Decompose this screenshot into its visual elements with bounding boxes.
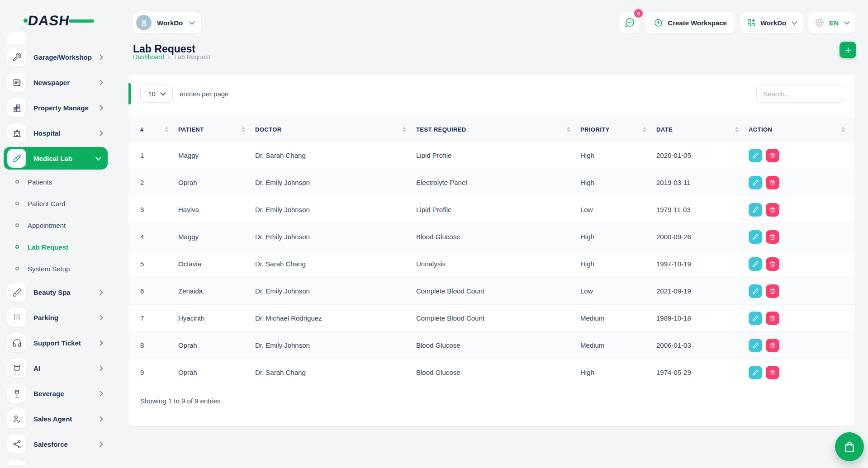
store-fab-button[interactable]	[835, 432, 864, 461]
submenu-item-patient-card[interactable]: Patient Card	[0, 193, 111, 214]
sidebar-item-ai[interactable]: AI	[0, 355, 111, 381]
column-header-priority[interactable]: PRIORITY	[580, 117, 656, 142]
ai-icon	[7, 359, 26, 378]
edit-button[interactable]	[749, 312, 762, 325]
edit-button[interactable]	[749, 366, 762, 379]
create-workspace-button[interactable]: Create Workspace	[645, 12, 735, 33]
create-workspace-label: Create Workspace	[668, 19, 727, 27]
salesforce-icon	[7, 435, 26, 454]
sidebar-item-label: Beverage	[33, 390, 98, 397]
clipped-module-icon	[7, 32, 26, 44]
sidebar-nav: Garage/WorkshopNewspaperProperty ManageH…	[0, 44, 111, 457]
sidebar-item-beauty-spa[interactable]: Beauty Spa	[0, 279, 111, 305]
cell-actions	[749, 278, 855, 305]
edit-button[interactable]	[749, 230, 762, 244]
submenu-item-system-setup[interactable]: System Setup	[0, 258, 111, 279]
add-lab-request-button[interactable]	[840, 42, 856, 58]
table-row: 2OprahDr. Emily JohnsonElectrolyte Panel…	[128, 169, 855, 196]
column-header-[interactable]: #	[128, 117, 178, 142]
search-input[interactable]	[756, 85, 843, 103]
language-selector[interactable]: EN	[808, 12, 855, 33]
sidebar-item-beverage[interactable]: Beverage	[0, 381, 111, 406]
hospital-icon	[7, 123, 26, 142]
language-code: EN	[829, 19, 839, 27]
delete-button[interactable]	[766, 284, 779, 298]
column-header-action[interactable]: ACTION	[749, 117, 855, 142]
sidebar-item-salesforce[interactable]: Salesforce	[0, 431, 111, 457]
app-menu-button[interactable]: WorkDo	[740, 12, 803, 33]
submenu-item-appointment[interactable]: Appointment	[0, 214, 111, 236]
app-window: DASH Garage/WorkshopNewspaperProperty Ma…	[0, 0, 868, 468]
medical-lab-submenu: PatientsPatient CardAppointmentLab Reque…	[0, 171, 111, 279]
column-header-patient[interactable]: PATIENT	[178, 117, 255, 142]
delete-button[interactable]	[766, 149, 779, 162]
sort-arrows-icon	[735, 127, 739, 132]
delete-button[interactable]	[766, 339, 779, 352]
sidebar-item-property-manage[interactable]: Property Manage	[0, 95, 111, 120]
delete-button[interactable]	[766, 366, 779, 379]
sidebar-item-parking[interactable]: Parking	[0, 305, 111, 330]
cell-priority: High	[580, 223, 656, 251]
delete-button[interactable]	[766, 312, 779, 325]
sidebar-item-garage-workshop[interactable]: Garage/Workshop	[0, 44, 111, 70]
submenu-item-lab-request[interactable]: Lab Request	[0, 236, 111, 258]
table-row: 9OprahDr. Sarah ChangBlood GlucoseHigh19…	[128, 359, 855, 386]
messages-button[interactable]: 0	[619, 12, 640, 33]
column-header-date[interactable]: DATE	[656, 117, 749, 142]
edit-button[interactable]	[749, 339, 762, 352]
brand-logo[interactable]: DASH	[28, 13, 87, 28]
column-header-test-required[interactable]: TEST REQUIRED	[416, 117, 580, 142]
delete-button[interactable]	[766, 176, 779, 189]
sort-arrows-icon	[841, 127, 845, 132]
sidebar-item-label: AI	[33, 364, 98, 372]
sort-arrows-icon	[242, 127, 245, 132]
cell-doctor: Dr. Emily Johnson	[255, 278, 416, 305]
sidebar-item-sales-agent[interactable]: Sales Agent	[0, 406, 111, 431]
column-label: ACTION	[749, 126, 772, 133]
bullet-circle-icon	[15, 223, 19, 227]
workspace-name: WorkDo	[157, 19, 183, 27]
edit-button[interactable]	[749, 257, 762, 271]
table-row: 3HavivaDr. Emily JohnsonLipid ProfileLow…	[128, 196, 855, 223]
edit-button[interactable]	[749, 284, 762, 298]
table-body: 1MaggyDr. Sarah ChangLipid ProfileHigh20…	[128, 142, 855, 386]
sidebar-item-label: Garage/Workshop	[33, 53, 98, 61]
column-label: DOCTOR	[255, 126, 282, 133]
cell-date: 2019-03-11	[656, 169, 749, 196]
table-row: 1MaggyDr. Sarah ChangLipid ProfileHigh20…	[128, 142, 855, 169]
delete-button[interactable]	[766, 203, 779, 217]
cell-priority: Medium	[580, 332, 656, 359]
sidebar-item-newspaper[interactable]: Newspaper	[0, 70, 111, 95]
column-header-doctor[interactable]: DOCTOR	[255, 117, 416, 142]
submenu-item-label: System Setup	[28, 265, 70, 273]
cell-actions	[749, 142, 855, 169]
cell-patient: Maggy	[178, 223, 255, 251]
sidebar-item-clipped-bottom[interactable]	[0, 457, 111, 465]
sidebar-item-clipped-top[interactable]	[0, 29, 111, 44]
cell-priority: High	[580, 142, 656, 169]
sidebar-item-hospital[interactable]: Hospital	[0, 120, 111, 146]
delete-button[interactable]	[766, 230, 779, 244]
column-label: #	[140, 126, 144, 133]
delete-button[interactable]	[766, 257, 779, 271]
cell-test: Blood Glucose	[416, 223, 580, 251]
submenu-item-label: Lab Request	[28, 243, 68, 251]
edit-button[interactable]	[749, 203, 762, 217]
edit-button[interactable]	[749, 149, 762, 162]
shopping-bag-icon	[843, 440, 856, 453]
brush-icon	[7, 283, 26, 302]
cell-date: 1974-05-29	[656, 359, 749, 386]
submenu-item-label: Patients	[28, 178, 52, 186]
sidebar-item-medical-lab[interactable]: Medical Lab	[4, 147, 108, 170]
workspace-switcher[interactable]: WorkDo	[133, 12, 201, 33]
bullet-circle-icon	[15, 202, 19, 205]
page-size-select[interactable]: 10	[140, 85, 173, 103]
cell-doctor: Dr. Emily Johnson	[255, 196, 416, 223]
cell-actions	[749, 251, 855, 278]
chevron-right-icon	[97, 54, 103, 60]
sidebar-item-support-ticket[interactable]: Support Ticket	[0, 330, 111, 355]
submenu-item-patients[interactable]: Patients	[0, 171, 111, 193]
chevron-right-icon	[97, 340, 103, 346]
breadcrumb-dashboard-link[interactable]: Dashboard	[133, 53, 164, 61]
edit-button[interactable]	[749, 176, 762, 189]
